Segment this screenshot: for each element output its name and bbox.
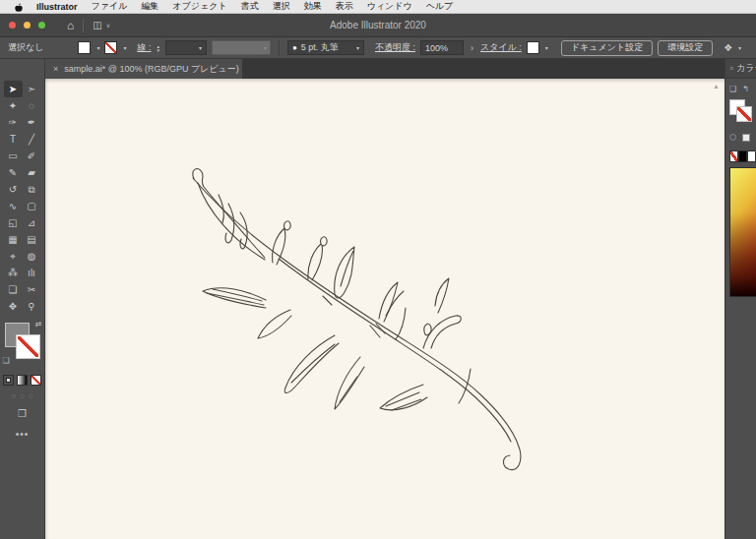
tab-close-icon[interactable]: ×	[53, 64, 58, 74]
gradient-mode-button[interactable]	[17, 375, 28, 386]
curvature-tool[interactable]: ✑	[4, 114, 23, 131]
apple-icon[interactable]	[14, 2, 24, 12]
rotate-tool[interactable]: ↺	[4, 181, 23, 198]
tool-glyph: ▭	[8, 151, 17, 161]
document-tab[interactable]: × sample.ai* @ 100% (RGB/GPU プレビュー)	[45, 59, 242, 79]
black-swatch[interactable]	[738, 150, 747, 162]
tool-glyph: ⚲	[28, 302, 34, 312]
chevron-down-icon[interactable]: ▾	[123, 44, 126, 51]
selection-tool[interactable]: ➤	[4, 81, 23, 97]
stroke-weight-dropdown[interactable]: ▾	[165, 40, 207, 55]
screen-mode-icon[interactable]: ❐	[18, 408, 27, 419]
none-swatch[interactable]	[729, 150, 738, 162]
fill-color-swatch[interactable]	[78, 41, 91, 54]
color-panel-header[interactable]: ≡ カラー	[725, 59, 756, 79]
chevron-down-icon[interactable]: ∨	[106, 22, 110, 29]
paintbrush-tool[interactable]: ✐	[23, 148, 41, 164]
artboard-tool[interactable]: ❏	[4, 281, 23, 298]
free-transform-tool[interactable]: ▢	[23, 198, 41, 214]
menu-illustrator[interactable]: Illustrator	[30, 2, 85, 12]
width-tool[interactable]: ∿	[4, 198, 23, 214]
eraser-tool[interactable]: ▰	[23, 164, 41, 181]
drawing-modes[interactable]: ◌◌◌	[7, 391, 36, 400]
preferences-button[interactable]: 環境設定	[658, 40, 713, 56]
chevron-down-icon[interactable]: ▾	[96, 44, 99, 51]
stepper-down-icon[interactable]: ▾	[157, 48, 159, 52]
color-mode-button[interactable]	[3, 375, 14, 386]
pen-tool[interactable]: ✒	[23, 114, 41, 131]
document-setup-button[interactable]: ドキュメント設定	[561, 40, 653, 56]
color-spectrum[interactable]	[729, 167, 756, 297]
variable-width-profile-dropdown: ▾	[212, 40, 271, 55]
chevron-down-icon[interactable]: ▾	[738, 44, 741, 51]
default-fill-stroke-icon[interactable]: ❏	[3, 356, 10, 365]
zoom-window-button[interactable]	[38, 22, 45, 29]
stroke-weight-label[interactable]: 線 :	[137, 41, 151, 54]
menu-edit[interactable]: 編集	[134, 0, 165, 13]
gamut-color-swatch[interactable]	[742, 134, 750, 142]
symbol-sprayer-tool[interactable]: ⁂	[4, 265, 23, 281]
graph-tool[interactable]: ılı	[23, 265, 41, 281]
menu-object[interactable]: オブジェクト	[165, 0, 233, 13]
menu-view[interactable]: 表示	[329, 0, 360, 13]
stroke-color-swatch[interactable]	[104, 41, 117, 54]
chevron-down-icon[interactable]: ▾	[545, 44, 548, 51]
close-window-button[interactable]	[9, 22, 16, 29]
chevron-down-icon: ▾	[264, 44, 267, 51]
tool-glyph: ❏	[9, 285, 18, 295]
arrange-documents-icon[interactable]: ◫	[93, 20, 101, 30]
selection-options-icon[interactable]: ❖	[724, 42, 732, 53]
stroke-proxy-swatch[interactable]	[16, 334, 40, 359]
magic-wand-tool[interactable]: ✦	[4, 97, 23, 114]
style-label[interactable]: スタイル :	[480, 41, 522, 54]
shape-builder-tool[interactable]: ◱	[4, 214, 23, 231]
slice-tool[interactable]: ✂	[23, 281, 41, 298]
opacity-panel-arrow-icon[interactable]: ›	[471, 43, 473, 53]
tool-glyph: ✒	[28, 118, 35, 128]
scrollbar-up-icon[interactable]: ▲	[713, 83, 720, 90]
artboard-canvas[interactable]: ▲	[45, 79, 724, 539]
zoom-tool[interactable]: ⚲	[23, 298, 41, 315]
pencil-tool[interactable]: ✎	[4, 164, 23, 181]
hand-tool[interactable]: ✥	[4, 298, 23, 315]
scale-tool[interactable]: ⧉	[23, 181, 41, 198]
menu-help[interactable]: ヘルプ	[419, 0, 461, 13]
menu-file[interactable]: ファイル	[85, 0, 135, 13]
home-icon[interactable]: ⌂	[67, 20, 74, 31]
perspective-grid-tool[interactable]: ⊿	[23, 214, 41, 231]
blend-tool[interactable]: ◍	[23, 248, 41, 265]
minimize-window-button[interactable]	[24, 22, 31, 29]
menu-window[interactable]: ウィンドウ	[360, 0, 419, 13]
menu-type[interactable]: 書式	[234, 0, 266, 13]
eyedropper-tool[interactable]: ⌖	[4, 248, 23, 265]
menu-select[interactable]: 選択	[266, 0, 297, 13]
stroke-weight-stepper[interactable]: ▴ ▾	[157, 44, 159, 52]
out-of-gamut-icon[interactable]: ⬡	[729, 133, 736, 142]
tools-panel: ➤ ➣ ✦ ◌ ✑ ✒	[0, 59, 45, 539]
color-group-icon[interactable]: ❏	[729, 85, 736, 93]
lasso-tool[interactable]: ◌	[23, 97, 41, 114]
direct-selection-tool[interactable]: ➣	[23, 81, 41, 97]
opacity-value: 100%	[425, 43, 448, 53]
opacity-input[interactable]: 100%	[420, 40, 464, 55]
artwork-leaf-branch[interactable]	[177, 160, 541, 480]
rectangle-tool[interactable]: ▭	[4, 148, 23, 164]
tool-glyph: ➤	[9, 85, 17, 94]
macos-menu-bar: Illustrator ファイル 編集 オブジェクト 書式 選択 効果 表示 ウ…	[0, 0, 756, 14]
white-swatch[interactable]	[747, 150, 756, 162]
style-swatch[interactable]	[527, 41, 539, 54]
menu-effect[interactable]: 効果	[297, 0, 329, 13]
mesh-tool[interactable]: ▦	[4, 231, 23, 248]
invert-icon[interactable]: ↰	[742, 85, 749, 93]
line-segment-tool[interactable]: ╱	[23, 131, 41, 148]
panel-menu-icon[interactable]: ≡	[729, 65, 733, 72]
brush-definition-dropdown[interactable]: ● 5 pt. 丸筆 ▾	[287, 40, 364, 55]
opacity-label[interactable]: 不透明度 :	[375, 41, 415, 54]
gradient-tool[interactable]: ▤	[23, 231, 41, 248]
panel-stroke-swatch[interactable]	[736, 106, 752, 122]
none-mode-button[interactable]	[31, 375, 41, 386]
app-title-bar: ⌂ ◫ ∨ Adobe Illustrator 2020	[0, 14, 756, 37]
type-tool[interactable]: T	[4, 131, 23, 148]
edit-toolbar-more-icon[interactable]: •••	[16, 429, 30, 440]
swap-fill-stroke-icon[interactable]: ⇄	[35, 320, 42, 329]
